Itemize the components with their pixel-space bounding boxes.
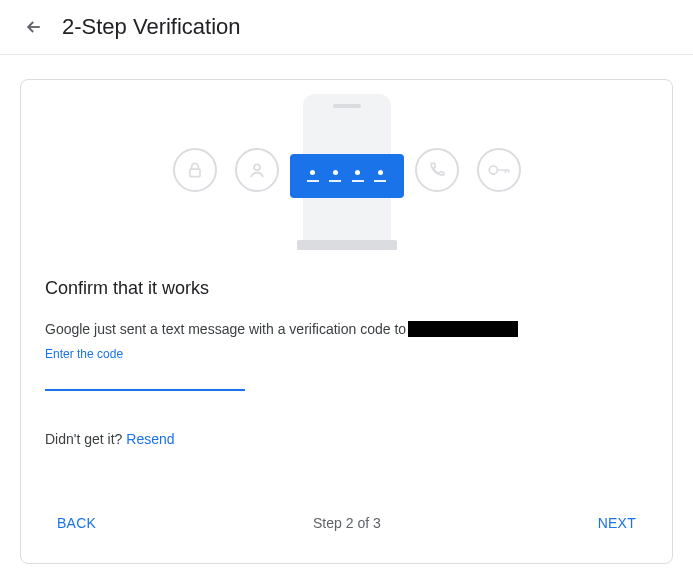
- card-content: Confirm that it works Google just sent a…: [21, 278, 672, 471]
- resend-prompt: Didn't get it?: [45, 431, 126, 447]
- next-button[interactable]: Next: [586, 507, 648, 539]
- section-heading: Confirm that it works: [45, 278, 648, 299]
- code-bubble-icon: [290, 154, 404, 198]
- resend-link[interactable]: Resend: [126, 431, 174, 447]
- phone-call-icon: [415, 148, 459, 192]
- hero-illustration: [21, 80, 672, 260]
- svg-rect-0: [190, 169, 200, 177]
- page-title: 2-Step Verification: [62, 14, 241, 40]
- code-input[interactable]: [45, 361, 245, 391]
- card-footer: Back Step 2 of 3 Next: [21, 471, 672, 563]
- svg-point-1: [254, 164, 260, 170]
- phone-illustration: [297, 90, 397, 250]
- description-text: Google just sent a text message with a v…: [45, 321, 648, 337]
- page-header: 2-Step Verification: [0, 0, 693, 55]
- phone-number-redacted: [408, 321, 518, 337]
- lock-icon: [173, 148, 217, 192]
- resend-row: Didn't get it? Resend: [45, 431, 648, 447]
- person-icon: [235, 148, 279, 192]
- setup-card: Confirm that it works Google just sent a…: [20, 79, 673, 564]
- step-indicator: Step 2 of 3: [313, 515, 381, 531]
- description-lead: Google just sent a text message with a v…: [45, 321, 406, 337]
- back-arrow-icon[interactable]: [24, 17, 44, 37]
- code-input-label: Enter the code: [45, 347, 245, 361]
- key-icon: [477, 148, 521, 192]
- back-button[interactable]: Back: [45, 507, 108, 539]
- svg-point-2: [489, 166, 497, 174]
- code-field: Enter the code: [45, 347, 245, 391]
